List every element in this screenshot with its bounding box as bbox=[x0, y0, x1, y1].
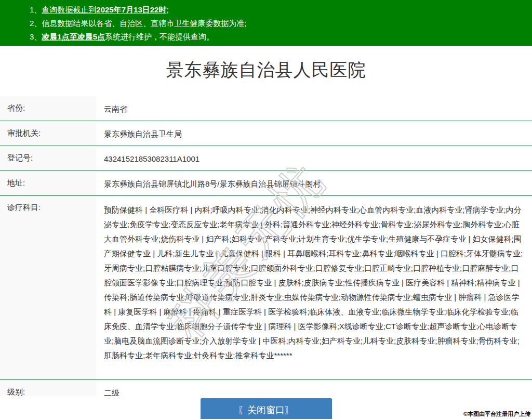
notice-1-suffix: ; bbox=[166, 5, 168, 14]
notice-2-text: 信息数据结果以各省、自治区、直辖市卫生健康委数据为准; bbox=[42, 19, 246, 28]
notice-3-text: 系统进行维护，不能提供查询。 bbox=[105, 32, 214, 41]
row-value: 预防保健科 | 全科医疗科 | 内科;呼吸内科专业;消化内科专业;神经内科专业;… bbox=[96, 196, 532, 379]
table-row-level: 级别: 二级 bbox=[0, 380, 532, 396]
notice-3-number: 3、 bbox=[30, 32, 42, 41]
footer-note: ©本图由平台注册用户上传 bbox=[463, 410, 530, 418]
table-row-approval-authority: 审批机关: 景东彝族自治县卫生局 bbox=[0, 121, 532, 146]
row-value: 43241521853082311A1001 bbox=[96, 146, 532, 171]
notice-3-time: 凌晨1点至凌晨5点 bbox=[42, 32, 105, 41]
row-label: 地址: bbox=[0, 171, 96, 195]
row-value: 景东彝族自治县锦屏镇北川路8号/景东彝族自治县锦屏镇斗阁村 bbox=[96, 171, 532, 195]
notice-1-number: 1、 bbox=[30, 5, 42, 14]
notice-1-date: 2025年7月13日22时 bbox=[96, 5, 166, 14]
notice-banner: 1、查询数据截止到2025年7月13日22时; 2、信息数据结果以各省、自治区、… bbox=[0, 0, 532, 46]
row-label: 省份: bbox=[0, 96, 96, 121]
row-label: 登记号: bbox=[0, 146, 96, 171]
notice-line-1: 1、查询数据截止到2025年7月13日22时; bbox=[30, 3, 527, 17]
page-title: 景东彝族自治县人民医院 bbox=[0, 57, 532, 82]
row-value: 二级 bbox=[96, 380, 532, 396]
row-value: 景东彝族自治县卫生局 bbox=[96, 121, 532, 146]
query-result-page: 1、查询数据截止到2025年7月13日22时; 2、信息数据结果以各省、自治区、… bbox=[0, 0, 532, 419]
notice-1-prefix: 查询数据截止到 bbox=[42, 5, 96, 14]
details-table: 省份: 云南省 审批机关: 景东彝族自治县卫生局 登记号: 4324152185… bbox=[0, 96, 532, 396]
row-value: 云南省 bbox=[96, 96, 532, 121]
table-row-province: 省份: 云南省 bbox=[0, 96, 532, 121]
row-label: 级别: bbox=[0, 380, 96, 396]
table-row-address: 地址: 景东彝族自治县锦屏镇北川路8号/景东彝族自治县锦屏镇斗阁村 bbox=[0, 171, 532, 196]
notice-line-2: 2、信息数据结果以各省、自治区、直辖市卫生健康委数据为准; bbox=[30, 17, 527, 30]
button-area: 〖关闭窗口〗 bbox=[0, 398, 532, 419]
notice-line-3: 3、凌晨1点至凌晨5点系统进行维护，不能提供查询。 bbox=[30, 30, 527, 44]
row-label: 诊疗科目: bbox=[0, 196, 96, 379]
close-window-button[interactable]: 〖关闭窗口〗 bbox=[201, 398, 332, 419]
table-row-medical-subjects: 诊疗科目: 预防保健科 | 全科医疗科 | 内科;呼吸内科专业;消化内科专业;神… bbox=[0, 196, 532, 380]
table-row-registration-number: 登记号: 43241521853082311A1001 bbox=[0, 146, 532, 171]
notice-2-number: 2、 bbox=[30, 19, 42, 28]
row-label: 审批机关: bbox=[0, 121, 96, 146]
